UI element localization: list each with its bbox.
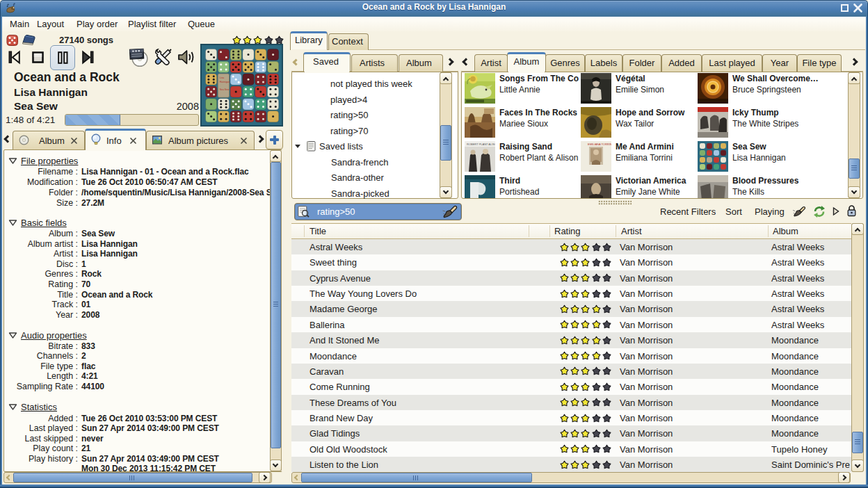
svg-text:ROBERT PLANT ALISON KRAUSS: ROBERT PLANT ALISON KRAUSS (467, 143, 495, 146)
svg-text:Sea Sew: Sea Sew (220, 88, 230, 91)
svg-text:Lisa: Lisa (220, 76, 224, 79)
svg-text:Hannigan: Hannigan (220, 81, 230, 83)
svg-text:EMILIANA TORRINI: EMILIANA TORRINI (588, 143, 611, 146)
